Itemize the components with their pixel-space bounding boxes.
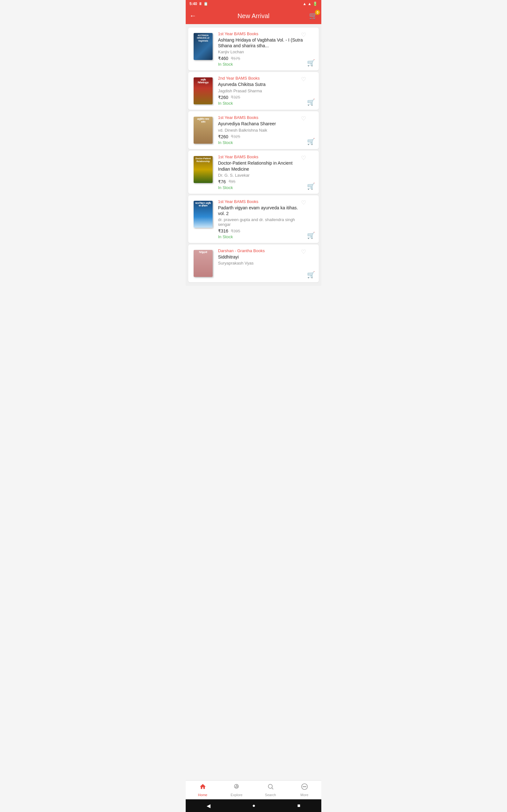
price-current-2: ₹260 (218, 95, 228, 100)
podcast-icon: ⏸ (199, 2, 202, 6)
book-title-6: Siddhitrayi (218, 254, 305, 260)
price-row-4: ₹76 ₹95 (218, 179, 305, 184)
book-cover-img-6: सिद्धित्रयी (193, 250, 213, 277)
add-to-cart-button-5[interactable]: 🛒 (307, 232, 315, 239)
book-author-3: vd. Dinesh Balkrishna Naik (218, 128, 305, 133)
in-stock-5: In Stock (218, 235, 305, 239)
price-current-5: ₹316 (218, 229, 228, 234)
cart-badge: 0 (315, 10, 320, 15)
cover-text-6: सिद्धित्रयी (193, 250, 213, 255)
book-info-5: 1st Year BAMS Books Padarth vigyan evam … (218, 199, 315, 239)
book-card-2[interactable]: आयुर्वेद चिकित्सासूत्र 2nd Year BAMS Boo… (188, 72, 319, 110)
book-cover-img-5: पदार्थ विज्ञान आयुर्वेद का इतिहास (193, 201, 213, 228)
cover-text-3: आयुर्वेदीय रचना शरीर (193, 117, 213, 125)
book-card-4[interactable]: Doctor-Patient Relationship 1st Year BAM… (188, 151, 319, 194)
status-bar: 5:40 ⏸ 📋 ▲ ▲ 🔋 (186, 0, 321, 8)
book-category-5: 1st Year BAMS Books (218, 199, 305, 204)
status-right: ▲ ▲ 🔋 (302, 2, 318, 6)
book-cover-5: पदार्थ विज्ञान आयुर्वेद का इतिहास (192, 199, 214, 229)
price-current-4: ₹76 (218, 179, 226, 184)
book-cover-4: Doctor-Patient Relationship (192, 154, 214, 185)
sim-icon: 📋 (204, 2, 208, 6)
in-stock-1: In Stock (218, 62, 305, 67)
in-stock-4: In Stock (218, 185, 305, 190)
price-row-2: ₹260 ₹325 (218, 95, 305, 100)
book-category-4: 1st Year BAMS Books (218, 154, 305, 159)
add-to-cart-button-6[interactable]: 🛒 (307, 271, 315, 278)
price-row-5: ₹316 ₹395 (218, 229, 305, 234)
wishlist-button-6[interactable]: ♡ (301, 248, 306, 255)
cart-button[interactable]: 🛒 0 (309, 12, 318, 20)
cover-text-4: Doctor-Patient Relationship (193, 156, 213, 164)
book-cover-1: ASTĀNGA HRIDAYA of Vagbhata (192, 32, 214, 61)
signal-icon: ▲ (308, 2, 312, 6)
book-author-2: Jagdish Prasad Sharma (218, 89, 305, 93)
cover-text-2: आयुर्वेद चिकित्सासूत्र (193, 78, 213, 85)
book-info-3: 1st Year BAMS Books Ayurvediya Rachana S… (218, 115, 315, 145)
price-row-3: ₹260 ₹325 (218, 134, 305, 139)
book-card-5[interactable]: पदार्थ विज्ञान आयुर्वेद का इतिहास 1st Ye… (188, 195, 319, 243)
battery-icon: 🔋 (313, 2, 318, 6)
add-to-cart-button-4[interactable]: 🛒 (307, 183, 315, 190)
price-row-1: ₹460 ₹575 (218, 56, 305, 61)
book-info-4: 1st Year BAMS Books Doctor-Patient Relat… (218, 154, 315, 190)
price-current-1: ₹460 (218, 56, 228, 61)
book-cover-img-4: Doctor-Patient Relationship (193, 156, 213, 183)
wishlist-button-5[interactable]: ♡ (301, 199, 306, 206)
price-original-1: ₹575 (231, 56, 240, 61)
book-category-1: 1st Year BAMS Books (218, 32, 305, 36)
wishlist-button-1[interactable]: ♡ (301, 32, 306, 38)
app-header: ← New Arrival 🛒 0 (186, 8, 321, 24)
page-title: New Arrival (237, 12, 269, 20)
price-original-3: ₹325 (231, 134, 240, 139)
price-original-2: ₹325 (231, 95, 240, 100)
book-author-5: dr. praveen gupta and dr. shailendra sin… (218, 217, 305, 227)
back-button[interactable]: ← (189, 12, 196, 20)
price-original-4: ₹95 (228, 179, 235, 184)
book-cover-2: आयुर्वेद चिकित्सासूत्र (192, 76, 214, 106)
wishlist-button-2[interactable]: ♡ (301, 76, 306, 83)
book-card-6[interactable]: सिद्धित्रयी Darshan - Grantha Books Sidd… (188, 245, 319, 282)
in-stock-3: In Stock (218, 140, 305, 145)
book-cover-6: सिद्धित्रयी (192, 248, 214, 278)
book-card-1[interactable]: ASTĀNGA HRIDAYA of Vagbhata 1st Year BAM… (188, 28, 319, 70)
cover-text-5: पदार्थ विज्ञान आयुर्वेद का इतिहास (193, 201, 213, 209)
book-cover-img-2: आयुर्वेद चिकित्सासूत्र (193, 78, 213, 104)
book-title-1: Ashtang Hridaya of Vagbhata Vol. - I (Su… (218, 37, 305, 49)
book-author-1: Kanjiv Lochan (218, 49, 305, 54)
book-category-6: Darshan - Grantha Books (218, 248, 305, 253)
in-stock-2: In Stock (218, 101, 305, 106)
book-category-3: 1st Year BAMS Books (218, 115, 305, 120)
book-card-3[interactable]: आयुर्वेदीय रचना शरीर 1st Year BAMS Books… (188, 111, 319, 149)
book-category-2: 2nd Year BAMS Books (218, 76, 305, 81)
add-to-cart-button-2[interactable]: 🛒 (307, 98, 315, 106)
book-title-4: Doctor-Patient Relationship in Ancient I… (218, 160, 305, 171)
book-info-6: Darshan - Grantha Books Siddhitrayi Sury… (218, 248, 315, 267)
wishlist-button-4[interactable]: ♡ (301, 154, 306, 161)
wishlist-button-3[interactable]: ♡ (301, 115, 306, 122)
book-cover-img-3: आयुर्वेदीय रचना शरीर (193, 117, 213, 144)
status-left: 5:40 ⏸ 📋 (189, 2, 208, 6)
book-author-4: Dr. G. S. Lavekar (218, 173, 305, 177)
cover-text-1: ASTĀNGA HRIDAYA of Vagbhata (193, 33, 213, 44)
price-current-3: ₹260 (218, 134, 228, 139)
add-to-cart-button-3[interactable]: 🛒 (307, 138, 315, 145)
status-time: 5:40 (189, 2, 197, 6)
add-to-cart-button-1[interactable]: 🛒 (307, 59, 315, 67)
book-title-5: Padarth vigyan evam ayurveda ka itihas. … (218, 205, 305, 216)
book-title-2: Ayurveda Chikitsa Sutra (218, 82, 305, 87)
book-info-2: 2nd Year BAMS Books Ayurveda Chikitsa Su… (218, 76, 315, 105)
book-author-6: Suryaprakash Vyas (218, 261, 305, 265)
price-original-5: ₹395 (231, 229, 240, 234)
wifi-icon: ▲ (302, 2, 306, 6)
book-title-3: Ayurvediya Rachana Shareer (218, 121, 305, 126)
book-cover-3: आयुर्वेदीय रचना शरीर (192, 115, 214, 145)
book-info-1: 1st Year BAMS Books Ashtang Hridaya of V… (218, 32, 315, 67)
book-list: ASTĀNGA HRIDAYA of Vagbhata 1st Year BAM… (186, 24, 321, 286)
book-cover-img-1: ASTĀNGA HRIDAYA of Vagbhata (193, 33, 213, 60)
